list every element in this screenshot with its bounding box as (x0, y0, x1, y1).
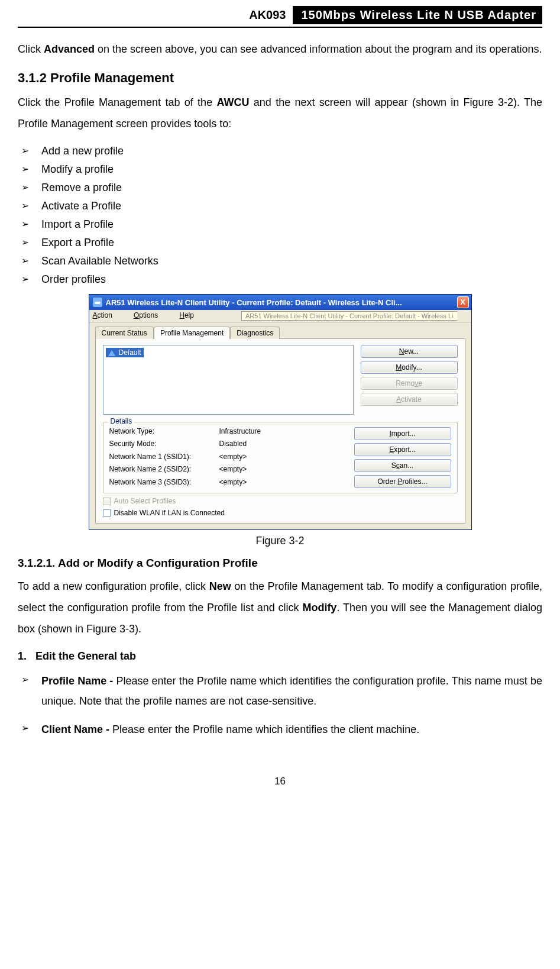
new-button[interactable]: New... (361, 345, 458, 358)
list-item: Order profiles (21, 273, 542, 286)
tab-row: Current Status Profile Management Diagno… (89, 322, 471, 338)
remove-button-post: e (418, 379, 422, 387)
close-icon[interactable]: X (457, 296, 469, 308)
export-button-rest: xport... (394, 445, 416, 454)
menu-action-rest: ction (98, 311, 112, 319)
figure-caption: Figure 3-2 (18, 535, 542, 547)
profile-item-label: Default (119, 348, 141, 357)
list-item: Activate a Profile (21, 200, 542, 212)
intro-suffix: on the screen above, you can see advance… (95, 43, 542, 55)
tab-profile-management[interactable]: Profile Management (154, 327, 230, 339)
app-window: AR51 Wireless Lite-N Client Utility - Cu… (89, 294, 472, 530)
field-desc-list: Profile Name - Please enter the Profile … (18, 671, 542, 740)
activate-button[interactable]: Activate (361, 393, 458, 406)
details-key: Network Name 3 (SSID3): (109, 478, 216, 488)
tab-pane: Default New... Modify... Remove Activate… (95, 338, 465, 524)
checkbox-icon (103, 498, 111, 505)
menu-help[interactable]: Help (179, 311, 205, 321)
list-item: Remove a profile (21, 182, 542, 194)
num-label: 1. (18, 650, 27, 662)
list-bold: Profile Name - (41, 675, 116, 687)
order-button-pre: Order (377, 477, 397, 486)
scan-button-post: an... (400, 461, 413, 470)
page-number: 16 (18, 776, 542, 787)
s312-bold: AWCU (216, 96, 249, 108)
list-rest: Please enter the Profile name which iden… (112, 723, 419, 735)
figure-screenshot: AR51 Wireless Lite-N Client Utility - Cu… (18, 294, 542, 530)
activate-button-rest: ctivate (401, 395, 422, 403)
b2: Modify (302, 602, 336, 613)
menu-bar: Action Options Help AR51 Wireless Lite-N… (89, 310, 471, 322)
pane-top-row: Default New... Modify... Remove Activate (103, 345, 458, 415)
modify-button-rest: odify... (402, 363, 422, 372)
import-button[interactable]: Import... (354, 427, 451, 440)
list-bold: Client Name - (41, 723, 112, 735)
checkbox-icon[interactable] (103, 509, 111, 517)
profile-list[interactable]: Default (103, 345, 354, 415)
export-button[interactable]: Export... (354, 443, 451, 456)
details-key: Network Type: (109, 427, 216, 437)
numbered-list: 1. Edit the General tab (18, 650, 542, 663)
list-item: Import a Profile (21, 218, 542, 231)
app-icon (93, 298, 102, 307)
details-grid: Network Type: Infrastructure Security Mo… (109, 427, 347, 488)
details-val: <empty> (219, 478, 347, 488)
details-key: Network Name 1 (SSID1): (109, 453, 216, 463)
window-titlebar[interactable]: AR51 Wireless Lite-N Client Utility - Cu… (89, 295, 471, 310)
b1: New (209, 580, 231, 592)
order-profiles-button[interactable]: Order Profiles... (354, 475, 451, 488)
list-item: Add a new profile (21, 145, 542, 157)
list-item: Modify a profile (21, 163, 542, 176)
intro-prefix: Click (18, 43, 44, 55)
details-val: <empty> (219, 465, 347, 475)
button-column-top: New... Modify... Remove Activate (361, 345, 458, 415)
disable-wlan-label: Disable WLAN if LAN is Connected (114, 509, 225, 517)
list-item: Profile Name - Please enter the Profile … (21, 671, 542, 711)
details-val: Disabled (219, 440, 347, 450)
details-key: Network Name 2 (SSID2): (109, 465, 216, 475)
list-item: Export a Profile (21, 237, 542, 249)
list-item: Scan Available Networks (21, 255, 542, 267)
import-button-rest: mport... (391, 429, 416, 438)
list-item: Client Name - Please enter the Profile n… (21, 719, 542, 739)
profile-list-item-selected[interactable]: Default (106, 348, 144, 357)
num-text: Edit the General tab (35, 650, 136, 662)
p1: To add a new configuration profile, clic… (18, 580, 209, 592)
order-button-post: rofiles... (403, 477, 428, 486)
menu-help-rest: elp (184, 311, 194, 319)
modify-button[interactable]: Modify... (361, 361, 458, 374)
list-rest: Please enter the Profile name which iden… (41, 675, 542, 707)
new-button-rest: ew... (404, 347, 419, 356)
auto-select-label: Auto Select Profiles (114, 497, 176, 505)
auto-select-checkbox-row: Auto Select Profiles (103, 497, 458, 505)
section-31211-para: To add a new configuration profile, clic… (18, 576, 542, 639)
details-val: Infrastructure (219, 427, 347, 437)
doc-title: 150Mbps Wireless Lite N USB Adapter (293, 6, 542, 24)
details-val: <empty> (219, 453, 347, 463)
header-rule (18, 27, 542, 28)
section-31211-heading: 3.1.2.1. Add or Modify a Configuration P… (18, 557, 542, 570)
intro-paragraph: Click Advanced on the screen above, you … (18, 38, 542, 60)
tab-current-status[interactable]: Current Status (95, 327, 154, 339)
doc-code: AK093 (249, 6, 293, 24)
menu-options-rest: ptions (139, 311, 158, 319)
wifi-icon (108, 349, 116, 356)
menu-action[interactable]: Action (93, 311, 123, 321)
remove-button-pre: Remo (396, 379, 415, 387)
scan-button-pre: S (391, 461, 396, 470)
doc-header: AK093 150Mbps Wireless Lite N USB Adapte… (18, 6, 542, 24)
scan-button[interactable]: Scan... (354, 459, 451, 472)
tab-diagnostics[interactable]: Diagnostics (230, 327, 280, 339)
section-312-heading: 3.1.2 Profile Management (18, 70, 542, 86)
menu-options[interactable]: Options (134, 311, 169, 321)
s312-prefix: Click the Profile Management tab of the (18, 96, 216, 108)
section-312-para: Click the Profile Management tab of the … (18, 92, 542, 134)
numbered-item: 1. Edit the General tab (18, 650, 542, 663)
intro-bold: Advanced (44, 43, 95, 55)
details-legend: Details (108, 417, 135, 425)
profile-tools-list: Add a new profile Modify a profile Remov… (18, 145, 542, 286)
window-title: AR51 Wireless Lite-N Client Utility - Cu… (106, 298, 457, 307)
details-key: Security Mode: (109, 440, 216, 450)
disable-wlan-checkbox-row[interactable]: Disable WLAN if LAN is Connected (103, 509, 458, 517)
remove-button[interactable]: Remove (361, 377, 458, 390)
